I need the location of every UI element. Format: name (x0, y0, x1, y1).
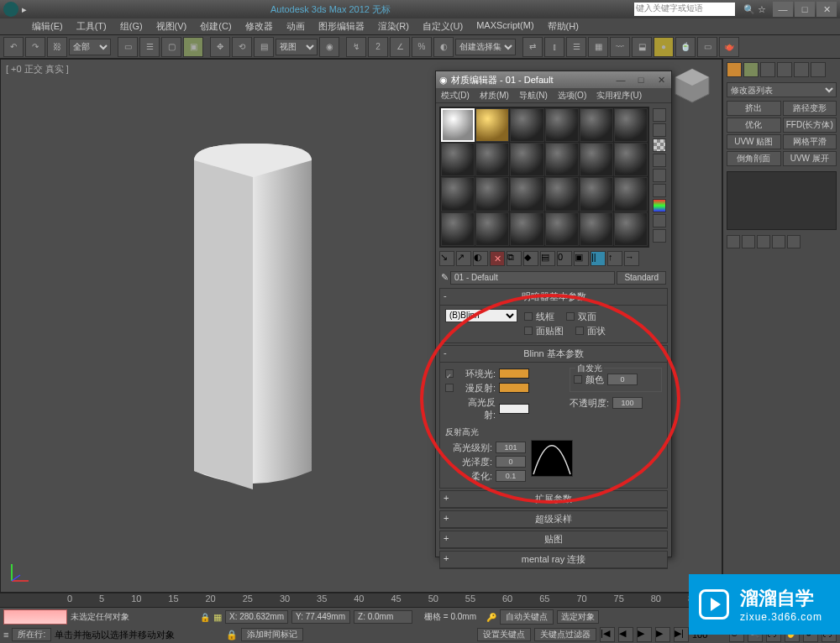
material-slot-11[interactable] (580, 143, 613, 176)
material-slot-9[interactable] (510, 143, 543, 176)
viewcube-icon[interactable] (671, 65, 713, 107)
create-tab-icon[interactable] (727, 62, 742, 77)
autokey-button[interactable]: 自动关键点 (500, 609, 554, 625)
rp-btn-extrude[interactable]: 挤出 (727, 101, 781, 116)
select-by-mat-icon[interactable] (653, 214, 666, 227)
material-type-button[interactable]: Standard (617, 271, 666, 285)
ambient-color-swatch[interactable] (499, 369, 529, 379)
material-slot-14[interactable] (475, 177, 509, 211)
minimize-button[interactable]: — (773, 2, 793, 17)
options-icon[interactable] (653, 199, 666, 212)
menu-maxscript[interactable]: MAXScript(M) (470, 18, 540, 34)
modifier-stack[interactable] (727, 171, 837, 230)
material-slot-17[interactable] (580, 177, 613, 211)
backlight-icon[interactable] (653, 123, 666, 137)
rollout-mentalray-header[interactable]: +mental ray 连接 (440, 552, 667, 568)
close-button[interactable]: ✕ (816, 2, 837, 17)
link-icon[interactable]: ⛓ (47, 37, 67, 57)
select-icon[interactable]: ▭ (118, 37, 138, 57)
selfillum-spinner[interactable]: 0 (607, 374, 638, 385)
render-frame-icon[interactable]: ▭ (697, 37, 717, 57)
timeline-key-area[interactable] (3, 609, 67, 625)
put-to-scene-icon[interactable]: ↗ (456, 251, 471, 266)
pivot-icon[interactable]: ◉ (319, 37, 339, 57)
menu-customize[interactable]: 自定义(U) (416, 18, 470, 34)
menu-grapheditors[interactable]: 图形编辑器 (312, 18, 371, 34)
spinner-snap-icon[interactable]: ◐ (433, 37, 454, 57)
layers-icon[interactable]: ☰ (566, 37, 586, 57)
material-slot-16[interactable] (545, 177, 579, 211)
rollout-blinn-header[interactable]: -Blinn 基本参数 (440, 346, 667, 363)
material-editor-icon[interactable]: ● (654, 37, 674, 57)
next-frame-icon[interactable]: ▶ (655, 627, 670, 642)
material-slot-2[interactable] (475, 108, 509, 142)
lock-icon[interactable]: 🔒 (200, 613, 210, 622)
maxscript-mini-icon[interactable]: ≡ (3, 630, 8, 640)
rp-btn-pathdeform[interactable]: 路径变形 (783, 101, 837, 116)
rollout-extended-header[interactable]: +扩展参数 (440, 491, 667, 508)
material-slot-3[interactable] (510, 108, 543, 142)
remove-mod-icon[interactable] (772, 235, 785, 248)
coord-y-field[interactable]: Y: 77.449mm (291, 610, 350, 624)
make-unique2-icon[interactable]: ◆ (523, 251, 538, 266)
facemap-checkbox[interactable] (524, 327, 533, 335)
snap-2d-icon[interactable]: 2 (368, 37, 388, 57)
ambient-lock-icon[interactable] (445, 369, 454, 378)
selfillum-color-checkbox[interactable] (574, 375, 582, 384)
material-slot-20[interactable] (475, 212, 509, 246)
me-menu-utilities[interactable]: 实用程序(U) (591, 88, 647, 102)
wire-checkbox[interactable] (524, 312, 533, 321)
rp-btn-ffd[interactable]: FFD(长方体) (783, 118, 837, 133)
twoside-checkbox[interactable] (566, 312, 575, 321)
rp-btn-bevel[interactable]: 倒角剖面 (727, 151, 781, 166)
pin-stack-icon[interactable] (727, 235, 740, 248)
rp-btn-meshsmooth[interactable]: 网格平滑 (783, 134, 837, 149)
select-region-icon[interactable]: ▢ (161, 37, 181, 57)
material-slot-7[interactable] (441, 143, 475, 176)
rollout-maps-header[interactable]: +贴图 (440, 531, 667, 548)
rp-btn-uvwunwrap[interactable]: UVW 展开 (783, 151, 837, 166)
coord-z-field[interactable]: Z: 0.0mm (354, 610, 412, 624)
material-slot-10[interactable] (545, 143, 579, 176)
material-slot-24[interactable] (614, 212, 648, 246)
align-icon[interactable]: ⫿ (544, 37, 564, 57)
go-forward-icon[interactable]: → (624, 251, 639, 266)
material-name-input[interactable] (450, 271, 615, 285)
show-end-icon[interactable] (742, 235, 755, 248)
material-slot-1[interactable] (441, 108, 475, 142)
undo-icon[interactable]: ↶ (3, 37, 24, 57)
show-in-vp-icon[interactable]: ▣ (574, 251, 589, 266)
me-titlebar[interactable]: ◉ 材质编辑器 - 01 - Default — □ ✕ (436, 71, 671, 88)
me-menu-mode[interactable]: 模式(D) (436, 88, 475, 102)
menu-rendering[interactable]: 渲染(R) (371, 18, 416, 34)
window-crossing-icon[interactable]: ▣ (183, 37, 203, 57)
soften-spinner[interactable]: 0.1 (496, 470, 526, 482)
me-minimize-button[interactable]: — (611, 75, 631, 85)
display-tab-icon[interactable] (794, 62, 809, 77)
select-name-icon[interactable]: ☰ (139, 37, 160, 57)
menu-tools[interactable]: 工具(T) (70, 18, 113, 34)
material-slot-8[interactable] (475, 143, 509, 176)
go-parent-icon[interactable]: ↑ (607, 251, 622, 266)
play-icon[interactable]: ▶ (637, 627, 652, 642)
material-slot-18[interactable] (614, 177, 648, 211)
setkey-button[interactable]: 设置关键点 (477, 628, 531, 641)
material-slot-15[interactable] (510, 177, 543, 211)
assign-to-sel-icon[interactable]: ◐ (473, 251, 488, 266)
material-slot-23[interactable] (580, 212, 613, 246)
hierarchy-tab-icon[interactable] (760, 62, 775, 77)
help-icon[interactable]: 🔍 ☆ (743, 4, 766, 15)
snap-percent-icon[interactable]: % (412, 37, 432, 57)
pick-icon[interactable]: ✎ (441, 272, 449, 283)
add-time-marker-button[interactable]: 添加时间标记 (241, 628, 303, 641)
render-setup-icon[interactable]: 🍵 (675, 37, 696, 57)
background-icon[interactable] (653, 139, 666, 152)
make-unique-icon[interactable] (757, 235, 770, 248)
current-line-button[interactable]: 所在行: (12, 628, 51, 641)
select-manipulate-icon[interactable]: ↯ (346, 37, 366, 57)
material-slot-6[interactable] (614, 108, 648, 142)
lock-icon-2[interactable]: 🔒 (226, 630, 238, 640)
modifier-list-select[interactable]: 修改器列表 (727, 82, 837, 97)
me-menu-options[interactable]: 选项(O) (553, 88, 591, 102)
goto-end-icon[interactable]: ▶| (674, 627, 689, 642)
